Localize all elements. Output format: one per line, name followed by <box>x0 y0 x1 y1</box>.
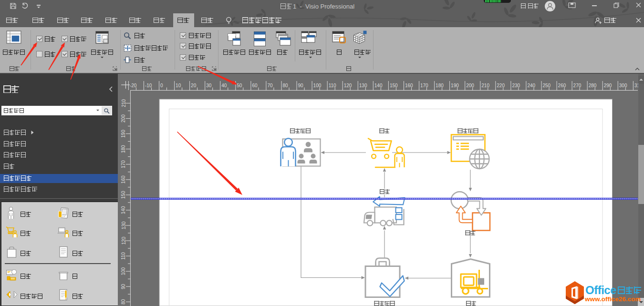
svg-text:90: 90 <box>121 284 126 289</box>
svg-text:190: 190 <box>121 130 126 138</box>
svg-text:210: 210 <box>121 99 126 107</box>
svg-text:10: 10 <box>176 83 181 88</box>
svg-text:160: 160 <box>121 175 126 184</box>
svg-text:80: 80 <box>283 83 289 88</box>
svg-text:50: 50 <box>237 83 242 88</box>
svg-text:170: 170 <box>420 83 428 88</box>
svg-text:290: 290 <box>604 83 612 88</box>
svg-text:140: 140 <box>374 83 383 88</box>
svg-text:270: 270 <box>573 83 582 88</box>
svg-text:120: 120 <box>344 83 352 88</box>
svg-text:150: 150 <box>390 83 398 88</box>
svg-text:170: 170 <box>121 160 126 168</box>
svg-text:130: 130 <box>359 83 367 88</box>
svg-text:70: 70 <box>267 83 273 88</box>
svg-text:200: 200 <box>466 83 474 88</box>
svg-text:180: 180 <box>436 83 444 88</box>
svg-text:240: 240 <box>527 83 535 88</box>
svg-text:300: 300 <box>619 83 627 88</box>
svg-text:30: 30 <box>206 83 212 88</box>
svg-text:210: 210 <box>481 83 489 88</box>
svg-text:160: 160 <box>405 83 413 88</box>
svg-text:220: 220 <box>497 83 505 88</box>
svg-text:190: 190 <box>451 83 459 88</box>
svg-text:280: 280 <box>589 83 597 88</box>
svg-text:100: 100 <box>313 83 322 88</box>
svg-text:120: 120 <box>121 236 126 245</box>
svg-text:100: 100 <box>121 267 126 275</box>
svg-text:110: 110 <box>121 252 126 260</box>
svg-text:40: 40 <box>221 83 227 88</box>
svg-text:80: 80 <box>121 299 126 305</box>
svg-text:260: 260 <box>558 83 566 88</box>
svg-text:60: 60 <box>252 83 258 88</box>
svg-text:200: 200 <box>121 114 126 122</box>
svg-text:180: 180 <box>121 145 126 153</box>
svg-text:230: 230 <box>512 83 520 88</box>
svg-text:150: 150 <box>121 191 126 199</box>
svg-text:-10: -10 <box>145 83 152 88</box>
svg-text:20: 20 <box>191 83 197 88</box>
svg-text:90: 90 <box>298 83 304 88</box>
svg-text:140: 140 <box>121 206 126 214</box>
svg-text:130: 130 <box>121 221 126 229</box>
svg-text:110: 110 <box>329 83 336 88</box>
svg-text:0: 0 <box>160 83 163 88</box>
svg-text:250: 250 <box>543 83 551 88</box>
svg-text:-20: -20 <box>130 83 137 88</box>
